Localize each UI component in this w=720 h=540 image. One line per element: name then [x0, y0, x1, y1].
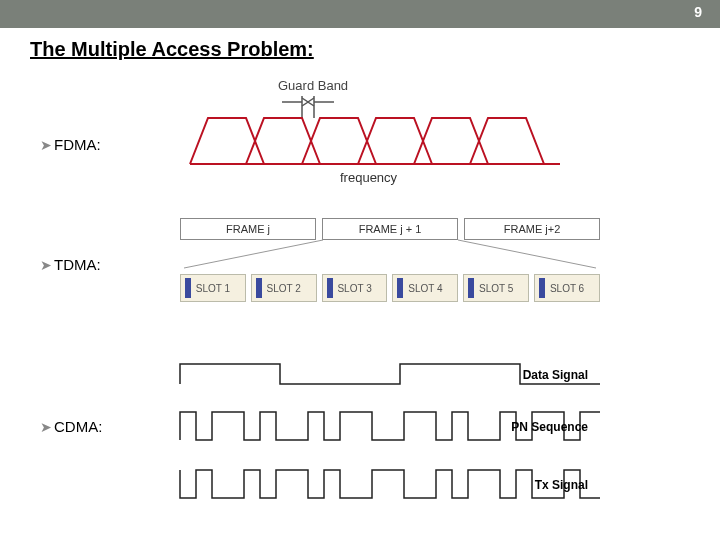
tdma-slots: SLOT 1 SLOT 2 SLOT 3 SLOT 4 SLOT 5 SLOT … [180, 274, 600, 302]
slot-5-label: SLOT 5 [479, 283, 513, 294]
slot-4: SLOT 4 [392, 274, 458, 302]
slot-4-label: SLOT 4 [408, 283, 442, 294]
topbar: 9 [0, 0, 720, 28]
page-title: The Multiple Access Problem: [0, 28, 720, 65]
svg-line-5 [184, 240, 323, 268]
frame-j1: FRAME j + 1 [322, 218, 458, 240]
slot-1-label: SLOT 1 [196, 283, 230, 294]
slot-6: SLOT 6 [534, 274, 600, 302]
frequency-axis-label: frequency [340, 170, 397, 185]
tdma-diagram: FRAME j FRAME j + 1 FRAME j+2 SLOT 1 SLO… [180, 218, 600, 328]
guard-band-label: Guard Band [278, 78, 348, 93]
fdma-label: FDMA: [54, 136, 101, 153]
frame-j2: FRAME j+2 [464, 218, 600, 240]
data-signal-label: Data Signal [523, 368, 588, 382]
tx-signal-label: Tx Signal [535, 478, 588, 492]
expansion-lines [180, 240, 600, 270]
fdma-row: ➤ FDMA: [0, 136, 101, 153]
bullet-icon: ➤ [40, 137, 52, 153]
slot-2: SLOT 2 [251, 274, 317, 302]
slot-1: SLOT 1 [180, 274, 246, 302]
slot-3-label: SLOT 3 [337, 283, 371, 294]
pn-sequence-label: PN Sequence [511, 420, 588, 434]
slot-5: SLOT 5 [463, 274, 529, 302]
frame-j: FRAME j [180, 218, 316, 240]
slide: 9 The Multiple Access Problem: ➤ FDMA: G… [0, 0, 720, 540]
tdma-row: ➤ TDMA: [0, 256, 101, 273]
slide-number: 9 [694, 4, 702, 20]
fdma-diagram: Guard Band frequency [190, 78, 560, 188]
slot-6-label: SLOT 6 [550, 283, 584, 294]
bullet-icon: ➤ [40, 257, 52, 273]
slot-3: SLOT 3 [322, 274, 388, 302]
slot-2-label: SLOT 2 [267, 283, 301, 294]
tdma-frames: FRAME j FRAME j + 1 FRAME j+2 [180, 218, 600, 240]
tdma-label: TDMA: [54, 256, 101, 273]
cdma-diagram: Data Signal PN Sequence Tx Signal [180, 350, 600, 520]
cdma-row: ➤ CDMA: [0, 418, 102, 435]
cdma-label: CDMA: [54, 418, 102, 435]
bullet-icon: ➤ [40, 419, 52, 435]
svg-line-6 [458, 240, 596, 268]
